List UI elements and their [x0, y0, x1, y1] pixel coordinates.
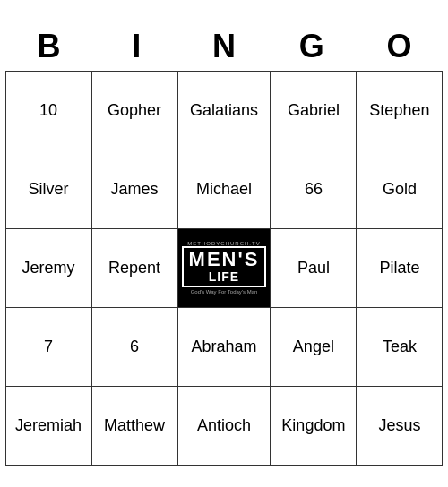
cell-r3-c1: 6 [91, 307, 177, 386]
cell-r2-c4: Pilate [357, 228, 443, 307]
cell-r2-c0: Jeremy [5, 228, 91, 307]
cell-r3-c4: Teak [357, 307, 443, 386]
header-g: G [268, 22, 356, 71]
cell-r3-c2: Abraham [177, 307, 271, 386]
cell-r1-c2: Michael [177, 150, 271, 228]
cell-r4-c0: Jeremiah [5, 386, 91, 465]
cell-r1-c0: Silver [5, 150, 91, 228]
cell-r0-c4: Stephen [357, 71, 443, 150]
cell-r0-c2: Galatians [177, 71, 271, 150]
header-i: I [92, 22, 180, 71]
cell-r2-c2: METHODYCHURCH.TV MEN'S LIFE God's Way Fo… [177, 228, 271, 307]
cell-r1-c3: 66 [271, 150, 357, 228]
cell-r4-c3: Kingdom [271, 386, 357, 465]
cell-r4-c1: Matthew [91, 386, 177, 465]
cell-r3-c0: 7 [5, 307, 91, 386]
cell-r2-c1: Repent [91, 228, 177, 307]
cell-r2-c3: Paul [271, 228, 357, 307]
cell-r3-c3: Angel [271, 307, 357, 386]
cell-r0-c0: 10 [5, 71, 91, 150]
cell-r0-c1: Gopher [91, 71, 177, 150]
header-b: B [5, 22, 93, 71]
bingo-header: B I N G O [5, 22, 444, 71]
cell-r1-c1: James [91, 150, 177, 228]
header-n: N [180, 22, 268, 71]
cell-r0-c3: Gabriel [271, 71, 357, 150]
header-o: O [356, 22, 444, 71]
cell-r1-c4: Gold [357, 150, 443, 228]
cell-r4-c2: Antioch [177, 386, 271, 465]
cell-r4-c4: Jesus [357, 386, 443, 465]
bingo-grid: 10GopherGalatiansGabrielStephenSilverJam… [5, 71, 444, 466]
